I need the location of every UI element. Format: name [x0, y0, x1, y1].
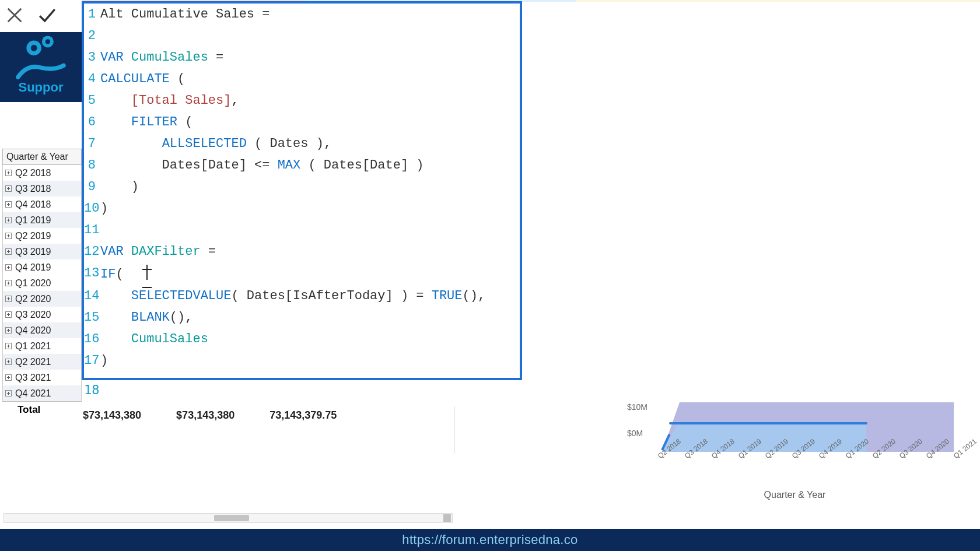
code-content[interactable]: VAR CumulSales = — [100, 47, 520, 68]
support-badge: Suppor — [0, 32, 82, 102]
slicer-row[interactable]: Q4 2020 — [3, 322, 81, 338]
code-content[interactable]: IF( — [100, 262, 520, 285]
cumulative-sales-chart[interactable]: $10M $0M Q2 2018Q3 2018Q4 2018Q1 2019Q2 … — [627, 402, 963, 501]
footer-url[interactable]: https://forum.enterprisedna.co — [402, 532, 578, 548]
gutter-number: 10 — [84, 198, 100, 219]
expand-icon[interactable] — [5, 170, 12, 176]
code-line[interactable]: 2 — [84, 25, 520, 47]
code-content[interactable]: [Total Sales], — [100, 90, 520, 111]
confirm-icon[interactable] — [37, 5, 57, 27]
total-value-2: $73,143,380 — [176, 409, 235, 422]
code-line[interactable]: 15 BLANK(), — [84, 307, 520, 328]
expand-icon[interactable] — [5, 343, 12, 349]
code-content[interactable]: Alt Cumulative Sales = — [100, 3, 520, 25]
slicer-row-label: Q2 2021 — [15, 357, 51, 367]
slicer-row[interactable]: Q1 2019 — [3, 212, 81, 228]
code-line[interactable]: 3VAR CumulSales = — [84, 47, 520, 68]
code-line[interactable]: 10) — [84, 198, 520, 219]
slicer-row[interactable]: Q2 2019 — [3, 228, 81, 244]
support-label: Suppor — [19, 80, 64, 95]
horizontal-scrollbar[interactable] — [4, 513, 453, 523]
series-line-flat — [669, 422, 867, 424]
slicer-row[interactable]: Q2 2021 — [3, 354, 81, 370]
slicer-row-label: Q4 2019 — [15, 262, 51, 273]
code-content[interactable]: CumulSales — [100, 328, 520, 350]
code-content[interactable]: FILTER ( — [100, 111, 520, 133]
slicer-row[interactable]: Q3 2020 — [3, 307, 81, 322]
expand-icon[interactable] — [5, 185, 12, 192]
slicer-row[interactable]: Q4 2018 — [3, 196, 81, 212]
expand-icon[interactable] — [5, 311, 12, 318]
code-line[interactable]: 5 [Total Sales], — [84, 90, 520, 111]
code-line[interactable]: 14 SELECTEDVALUE( Dates[IsAfterToday] ) … — [84, 285, 520, 307]
cancel-icon[interactable] — [5, 5, 24, 27]
slicer-row[interactable]: Q4 2019 — [3, 259, 81, 275]
code-content[interactable]: BLANK(), — [100, 307, 520, 328]
slicer-row[interactable]: Q3 2021 — [3, 370, 81, 385]
code-line[interactable]: 1Alt Cumulative Sales = — [84, 3, 520, 25]
code-content[interactable]: ) — [100, 198, 520, 219]
gutter-number: 2 — [84, 25, 100, 47]
code-line[interactable]: 9 ) — [84, 176, 520, 198]
expand-icon[interactable] — [5, 201, 12, 208]
dax-formula-editor[interactable]: 1Alt Cumulative Sales =23VAR CumulSales … — [82, 1, 522, 380]
slicer-row[interactable]: Q1 2020 — [3, 275, 81, 291]
gutter-number: 1 — [84, 3, 100, 25]
gears-icon — [20, 32, 61, 61]
code-content[interactable]: VAR DAXFilter = — [100, 241, 520, 262]
slicer-row[interactable]: Q4 2021 — [3, 385, 81, 401]
gutter-number: 15 — [84, 307, 100, 328]
code-content[interactable] — [100, 219, 520, 241]
quarter-year-slicer[interactable]: Quarter & Year Q2 2018Q3 2018Q4 2018Q1 2… — [2, 149, 82, 417]
code-content[interactable]: SELECTEDVALUE( Dates[IsAfterToday] ) = T… — [100, 285, 520, 307]
code-content[interactable] — [100, 25, 520, 47]
total-value-3: 73,143,379.75 — [270, 409, 337, 422]
code-content[interactable]: CALCULATE ( — [100, 68, 520, 90]
footer-url-bar: https://forum.enterprisedna.co — [0, 529, 980, 551]
expand-icon[interactable] — [5, 390, 12, 396]
gutter-number: 17 — [84, 350, 100, 371]
text-caret — [146, 265, 148, 280]
expand-icon[interactable] — [5, 296, 12, 302]
slicer-row[interactable]: Q2 2020 — [3, 291, 81, 307]
expand-icon[interactable] — [5, 327, 12, 334]
gutter-number: 16 — [84, 328, 100, 350]
slicer-row[interactable]: Q3 2019 — [3, 244, 81, 259]
expand-icon[interactable] — [5, 248, 12, 255]
resize-grip[interactable] — [443, 514, 451, 522]
expand-icon[interactable] — [5, 264, 12, 271]
expand-icon[interactable] — [5, 359, 12, 365]
total-value-1: $73,143,380 — [83, 409, 141, 422]
slicer-row[interactable]: Q1 2021 — [3, 338, 81, 354]
scrollbar-thumb[interactable] — [214, 515, 249, 521]
chart-x-ticks: Q2 2018Q3 2018Q4 2018Q1 2019Q2 2019Q3 20… — [656, 454, 960, 462]
code-content[interactable]: ) — [100, 350, 520, 371]
code-line[interactable]: 11 — [84, 219, 520, 241]
slicer-header[interactable]: Quarter & Year — [2, 149, 82, 165]
expand-icon[interactable] — [5, 233, 12, 239]
expand-icon[interactable] — [5, 217, 12, 223]
code-content[interactable]: ALLSELECTED ( Dates ), — [100, 133, 520, 155]
gutter-line-18: 18 — [84, 382, 100, 397]
expand-icon[interactable] — [5, 280, 12, 286]
code-line[interactable]: 4CALCULATE ( — [84, 68, 520, 90]
code-line[interactable]: 12VAR DAXFilter = — [84, 241, 520, 262]
slicer-row-label: Q4 2018 — [15, 199, 51, 210]
code-line[interactable]: 13IF( — [84, 262, 520, 285]
gutter-number: 11 — [84, 219, 100, 241]
gutter-number: 7 — [84, 133, 100, 155]
expand-icon[interactable] — [5, 374, 12, 381]
slicer-row[interactable]: Q3 2018 — [3, 181, 81, 196]
code-content[interactable]: Dates[Date] <= MAX ( Dates[Date] ) — [100, 155, 520, 176]
code-line[interactable]: 16 CumulSales — [84, 328, 520, 350]
code-line[interactable]: 6 FILTER ( — [84, 111, 520, 133]
slicer-row-label: Q4 2020 — [15, 325, 51, 336]
slicer-row-label: Q3 2018 — [15, 184, 51, 194]
slicer-row[interactable]: Q2 2018 — [3, 165, 81, 181]
svg-point-3 — [31, 45, 37, 51]
gutter-number: 5 — [84, 90, 100, 111]
code-line[interactable]: 7 ALLSELECTED ( Dates ), — [84, 133, 520, 155]
code-content[interactable]: ) — [100, 176, 520, 198]
code-line[interactable]: 8 Dates[Date] <= MAX ( Dates[Date] ) — [84, 155, 520, 176]
code-line[interactable]: 17) — [84, 350, 520, 371]
